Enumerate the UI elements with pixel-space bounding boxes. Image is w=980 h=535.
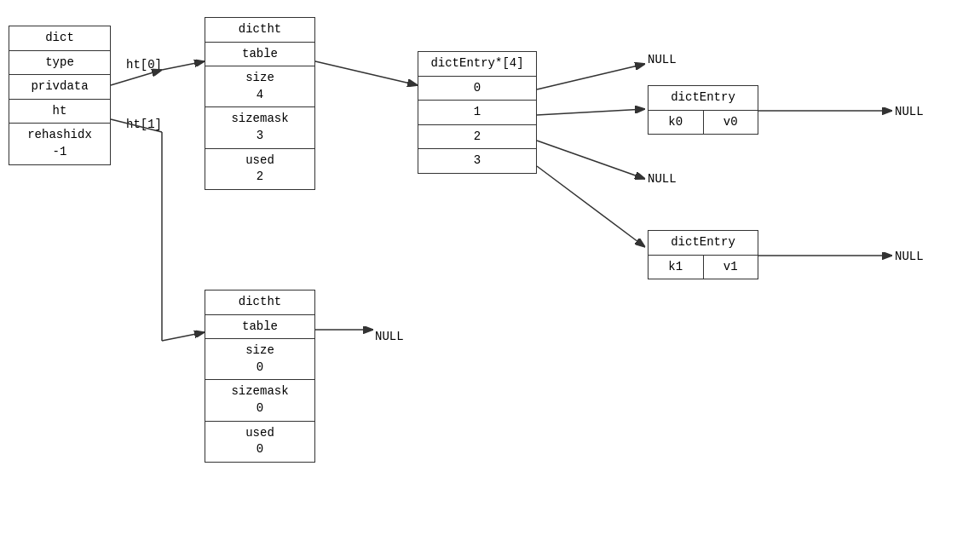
dictht-bottom-box: dictht table size0 sizemask0 used0	[205, 290, 315, 463]
dictht-bottom-size: size0	[205, 339, 314, 380]
entry-top-v0: v0	[704, 111, 758, 135]
entry-bottom-title: dictEntry	[649, 231, 758, 256]
dict-cell-dict: dict	[9, 26, 110, 51]
null-array-0: NULL	[648, 53, 677, 66]
diagram: dict type privdata ht rehashidx-1 ht[0] …	[0, 0, 980, 535]
dictht-bottom-title: dictht	[205, 291, 314, 315]
dictht-top-box: dictht table size4 sizemask3 used2	[205, 17, 315, 190]
entry-bottom-box: dictEntry k1 v1	[648, 230, 758, 279]
svg-line-5	[162, 332, 205, 341]
entry-bottom-k1: k1	[649, 256, 704, 279]
dict-cell-type: type	[9, 51, 110, 76]
null-entry-top: NULL	[895, 105, 924, 118]
entry-top-k0: k0	[649, 111, 704, 135]
entry-top-title: dictEntry	[649, 86, 758, 111]
dictht-top-used: used2	[205, 149, 314, 189]
svg-line-10	[537, 141, 645, 179]
array-box: dictEntry*[4] 0 1 2 3	[418, 51, 537, 174]
entry-top-box: dictEntry k0 v0	[648, 85, 758, 135]
svg-line-2	[162, 61, 205, 70]
ht1-label: ht[1]	[126, 118, 162, 131]
dictht-bottom-used: used0	[205, 422, 314, 462]
dictht-top-table: table	[205, 43, 314, 67]
dict-cell-privdata: privdata	[9, 75, 110, 100]
dictht-bottom-sizemask: sizemask0	[205, 380, 314, 421]
ht0-label: ht[0]	[126, 58, 162, 72]
svg-line-8	[537, 64, 645, 89]
null-dictht-bottom: NULL	[375, 330, 404, 343]
dict-cell-rehashidx: rehashidx-1	[9, 124, 110, 164]
svg-line-11	[537, 166, 645, 247]
array-title: dictEntry*[4]	[418, 52, 536, 77]
array-cell-1: 1	[418, 101, 536, 125]
dict-cell-ht: ht	[9, 100, 110, 124]
null-entry-bottom: NULL	[895, 250, 924, 263]
array-cell-3: 3	[418, 149, 536, 173]
dictht-top-sizemask: sizemask3	[205, 107, 314, 148]
entry-bottom-v1: v1	[704, 256, 758, 279]
null-array-2: NULL	[648, 172, 677, 186]
dictht-top-size: size4	[205, 66, 314, 107]
array-cell-0: 0	[418, 77, 536, 101]
svg-line-9	[537, 109, 645, 115]
dictht-top-title: dictht	[205, 18, 314, 43]
array-cell-2: 2	[418, 125, 536, 150]
dict-box: dict type privdata ht rehashidx-1	[9, 26, 111, 165]
svg-line-1	[111, 70, 162, 85]
svg-line-6	[315, 61, 418, 85]
dictht-bottom-table: table	[205, 315, 314, 340]
